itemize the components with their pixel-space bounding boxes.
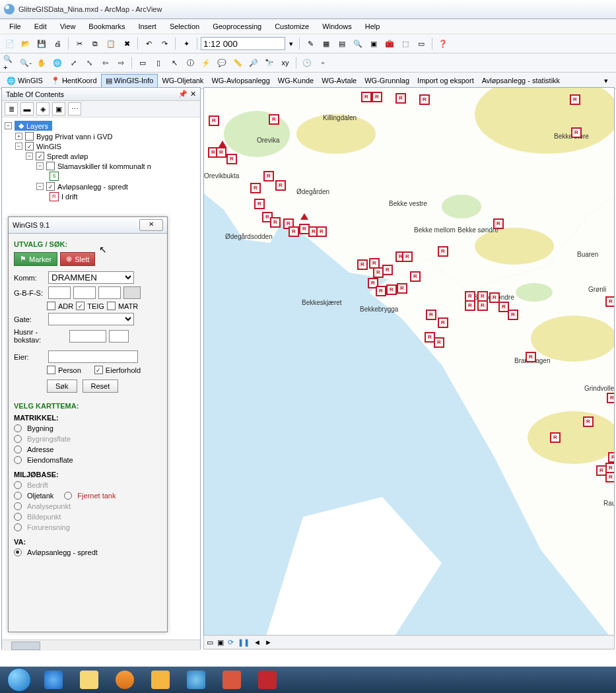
layer-slam[interactable]: Slamavskiller til kommunalt n [57,162,151,170]
teig-checkbox[interactable] [76,302,85,310]
toc-icon[interactable]: ▦ [319,36,333,51]
next-icon[interactable]: ► [265,638,272,646]
wg-import-eksport[interactable]: Import og eksport [413,75,478,86]
r-marker[interactable]: R [438,246,448,257]
refresh-icon[interactable]: ⟳ [228,638,234,647]
toc-scrollbar-h[interactable] [2,640,200,651]
r-marker[interactable]: R [477,300,488,311]
menu-edit[interactable]: Edit [29,21,52,32]
r-marker[interactable]: R [605,296,615,307]
r-marker[interactable]: R [357,259,368,270]
adresse-radio[interactable] [14,446,22,453]
start-button[interactable] [3,667,36,692]
html-popup-icon[interactable]: 💬 [215,55,229,70]
fjernet-radio[interactable] [64,492,72,500]
options-icon[interactable]: ⋯ [68,102,81,116]
slett-button[interactable]: ⊗Slett [60,252,95,266]
wg-oljetank[interactable]: WG-Oljetank [158,75,207,86]
r-marker[interactable]: R [605,472,615,482]
r-marker[interactable]: R [376,286,386,296]
r-marker[interactable]: R [316,226,327,237]
layer-avlopsanlegg[interactable]: Avløpsanlegg - spredt [57,183,128,191]
task-explorer[interactable] [71,667,107,692]
b-input[interactable] [73,286,96,299]
r-marker[interactable]: R [216,147,226,158]
r-marker[interactable]: R [226,154,237,164]
measure-icon[interactable]: 📏 [230,55,245,70]
menu-geoprocessing[interactable]: Geoprocessing [207,21,267,32]
list-by-source-icon[interactable]: ▬ [20,102,34,116]
layer-i-drift[interactable]: I drift [61,193,77,201]
menu-insert[interactable]: Insert [133,21,162,32]
layer-checkbox[interactable] [25,132,34,141]
r-marker[interactable]: R [402,251,413,262]
wg-wingis-info[interactable]: ▤WinGIS-Info [101,74,158,88]
r-marker[interactable]: R [270,217,281,228]
gate-select[interactable] [48,313,134,325]
menu-selection[interactable]: Selection [164,21,205,32]
collapse-icon[interactable]: − [15,143,22,150]
open-icon[interactable]: 📂 [18,36,33,51]
editor-toolbar-icon[interactable]: ✎ [303,36,318,51]
list-by-visibility-icon[interactable]: ◈ [36,102,50,116]
clear-selection-icon[interactable]: ▯ [151,55,166,70]
komm-select[interactable]: DRAMMEN [48,271,134,284]
task-adobe[interactable] [250,667,285,692]
layer-wingis[interactable]: WinGIS [36,143,61,150]
r-marker[interactable]: R [583,416,594,427]
fixed-zoom-in-icon[interactable]: ⤢ [66,55,81,70]
r-marker[interactable]: R [263,171,274,182]
print-icon[interactable]: 🖨 [50,36,65,51]
menu-customize[interactable]: Customize [269,21,314,32]
menu-bookmarks[interactable]: Bookmarks [83,21,130,32]
close-icon[interactable]: ✕ [190,90,196,98]
layer-checkbox[interactable] [25,142,34,150]
r-marker[interactable]: R [607,393,615,403]
layer-spredt-avlop[interactable]: Spredt avløp [47,152,88,160]
help-cursor-icon[interactable]: ❓ [436,36,450,51]
task-ie[interactable] [36,667,71,692]
find-icon[interactable]: 🔎 [246,55,261,70]
r-marker[interactable]: R [254,199,265,209]
r-marker[interactable]: R [382,265,393,275]
expand-icon[interactable]: + [15,133,22,140]
r-marker[interactable]: R [526,352,536,362]
next-extent-icon[interactable]: ⇨ [114,55,128,70]
r-marker[interactable]: R [209,116,219,126]
modelbuilder-icon[interactable]: ▭ [414,36,428,51]
r-marker[interactable]: R [419,94,430,105]
search-icon[interactable]: 🔍 [351,36,365,51]
add-data-icon[interactable]: ✦ [179,36,193,51]
r-marker[interactable]: R [361,92,372,102]
matr-checkbox[interactable] [107,302,116,310]
list-by-selection-icon[interactable]: ▣ [52,102,65,116]
collapse-icon[interactable]: − [36,162,44,170]
r-marker[interactable]: R [397,283,407,294]
identify-icon[interactable]: ⓘ [183,55,197,70]
wg-kunde[interactable]: WG-Kunde [274,75,318,86]
cut-icon[interactable]: ✂ [72,36,86,51]
toolbox-icon[interactable]: 🧰 [382,36,397,51]
collapse-icon[interactable]: − [36,183,44,190]
eierforhold-checkbox[interactable] [94,366,103,374]
save-icon[interactable]: 💾 [34,36,49,51]
layer-checkbox[interactable] [46,162,55,170]
prev-extent-icon[interactable]: ⇦ [98,55,112,70]
layer-checkbox[interactable] [46,182,55,191]
scale-combo[interactable] [201,37,285,50]
r-marker[interactable]: R [275,180,286,191]
dropdown-arrow-icon[interactable]: ▾ [287,40,296,48]
pause-icon[interactable]: ❚❚ [238,638,250,647]
close-button[interactable]: ✕ [139,219,163,231]
delete-icon[interactable]: ✖ [120,36,134,51]
r-marker[interactable]: R [410,271,421,282]
r-marker[interactable]: R [438,317,448,328]
sok-button[interactable]: Søk [47,380,77,393]
r-marker[interactable]: R [269,114,279,125]
layer-bygg-privat[interactable]: Bygg Privat vann i GVD [36,133,113,141]
f-input[interactable] [98,286,121,299]
menu-help[interactable]: Help [360,21,386,32]
r-marker[interactable]: R [550,432,561,443]
s-input[interactable] [123,286,141,299]
wg-avtale[interactable]: WG-Avtale [318,75,360,86]
